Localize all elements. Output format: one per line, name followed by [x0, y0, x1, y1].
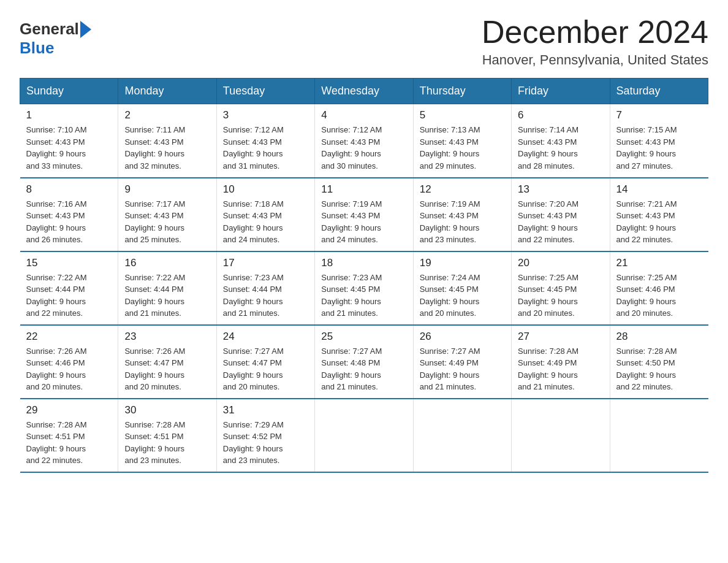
svg-marker-0: [80, 21, 91, 38]
day-number: 6: [518, 109, 603, 121]
calendar-cell: 25 Sunrise: 7:27 AM Sunset: 4:48 PM Dayl…: [315, 325, 413, 399]
weekday-header-sunday: Sunday: [20, 79, 118, 104]
day-number: 17: [223, 257, 308, 269]
page-header: General Blue December 2024 Hanover, Penn…: [20, 15, 708, 68]
calendar-cell: [512, 399, 610, 472]
day-info: Sunrise: 7:11 AM Sunset: 4:43 PM Dayligh…: [124, 124, 210, 172]
weekday-header-row: SundayMondayTuesdayWednesdayThursdayFrid…: [20, 79, 708, 104]
day-info: Sunrise: 7:24 AM Sunset: 4:45 PM Dayligh…: [420, 272, 505, 320]
day-number: 21: [616, 257, 702, 269]
day-info: Sunrise: 7:27 AM Sunset: 4:49 PM Dayligh…: [420, 345, 505, 393]
day-number: 11: [321, 183, 406, 196]
calendar-cell: 26 Sunrise: 7:27 AM Sunset: 4:49 PM Dayl…: [413, 325, 511, 399]
day-number: 28: [616, 331, 702, 343]
day-info: Sunrise: 7:21 AM Sunset: 4:43 PM Dayligh…: [616, 198, 702, 246]
calendar-cell: [413, 399, 511, 472]
day-number: 25: [321, 331, 406, 343]
day-number: 13: [518, 183, 603, 196]
page-title: December 2024: [482, 15, 708, 50]
calendar-cell: 1 Sunrise: 7:10 AM Sunset: 4:43 PM Dayli…: [20, 104, 118, 178]
calendar-cell: 14 Sunrise: 7:21 AM Sunset: 4:43 PM Dayl…: [610, 178, 708, 251]
calendar-cell: 23 Sunrise: 7:26 AM Sunset: 4:47 PM Dayl…: [118, 325, 216, 399]
day-info: Sunrise: 7:28 AM Sunset: 4:51 PM Dayligh…: [124, 419, 210, 467]
day-info: Sunrise: 7:15 AM Sunset: 4:43 PM Dayligh…: [616, 124, 702, 172]
day-info: Sunrise: 7:10 AM Sunset: 4:43 PM Dayligh…: [26, 124, 112, 172]
calendar-week-row: 8 Sunrise: 7:16 AM Sunset: 4:43 PM Dayli…: [20, 178, 708, 251]
day-info: Sunrise: 7:17 AM Sunset: 4:43 PM Dayligh…: [124, 198, 210, 246]
calendar-week-row: 1 Sunrise: 7:10 AM Sunset: 4:43 PM Dayli…: [20, 104, 708, 178]
day-number: 12: [420, 183, 505, 196]
day-info: Sunrise: 7:19 AM Sunset: 4:43 PM Dayligh…: [321, 198, 406, 246]
day-number: 16: [124, 257, 210, 269]
day-number: 24: [223, 331, 308, 343]
weekday-header-saturday: Saturday: [610, 79, 708, 104]
day-info: Sunrise: 7:28 AM Sunset: 4:49 PM Dayligh…: [518, 345, 603, 393]
day-info: Sunrise: 7:28 AM Sunset: 4:50 PM Dayligh…: [616, 345, 702, 393]
day-number: 30: [124, 404, 210, 416]
day-info: Sunrise: 7:19 AM Sunset: 4:43 PM Dayligh…: [420, 198, 505, 246]
weekday-header-monday: Monday: [118, 79, 216, 104]
day-number: 8: [26, 183, 112, 196]
day-info: Sunrise: 7:16 AM Sunset: 4:43 PM Dayligh…: [26, 198, 112, 246]
day-info: Sunrise: 7:20 AM Sunset: 4:43 PM Dayligh…: [518, 198, 603, 246]
calendar-cell: 15 Sunrise: 7:22 AM Sunset: 4:44 PM Dayl…: [20, 251, 118, 325]
day-info: Sunrise: 7:26 AM Sunset: 4:46 PM Dayligh…: [26, 345, 112, 393]
day-info: Sunrise: 7:25 AM Sunset: 4:46 PM Dayligh…: [616, 272, 702, 320]
calendar-week-row: 29 Sunrise: 7:28 AM Sunset: 4:51 PM Dayl…: [20, 399, 708, 472]
day-number: 15: [26, 257, 112, 269]
calendar-cell: 27 Sunrise: 7:28 AM Sunset: 4:49 PM Dayl…: [512, 325, 610, 399]
page-subtitle: Hanover, Pennsylvania, United States: [482, 52, 708, 68]
calendar-cell: 28 Sunrise: 7:28 AM Sunset: 4:50 PM Dayl…: [610, 325, 708, 399]
calendar-week-row: 15 Sunrise: 7:22 AM Sunset: 4:44 PM Dayl…: [20, 251, 708, 325]
day-info: Sunrise: 7:13 AM Sunset: 4:43 PM Dayligh…: [420, 124, 505, 172]
weekday-header-tuesday: Tuesday: [216, 79, 314, 104]
logo-blue-text: Blue: [20, 39, 54, 58]
calendar-cell: [315, 399, 413, 472]
calendar-cell: 22 Sunrise: 7:26 AM Sunset: 4:46 PM Dayl…: [20, 325, 118, 399]
logo: General Blue: [20, 15, 91, 58]
calendar-cell: 31 Sunrise: 7:29 AM Sunset: 4:52 PM Dayl…: [216, 399, 314, 472]
day-number: 31: [223, 404, 308, 416]
day-number: 1: [26, 109, 112, 121]
day-number: 14: [616, 183, 702, 196]
day-info: Sunrise: 7:23 AM Sunset: 4:44 PM Dayligh…: [223, 272, 308, 320]
calendar-cell: 21 Sunrise: 7:25 AM Sunset: 4:46 PM Dayl…: [610, 251, 708, 325]
calendar-cell: 16 Sunrise: 7:22 AM Sunset: 4:44 PM Dayl…: [118, 251, 216, 325]
day-number: 9: [124, 183, 210, 196]
day-info: Sunrise: 7:14 AM Sunset: 4:43 PM Dayligh…: [518, 124, 603, 172]
day-info: Sunrise: 7:23 AM Sunset: 4:45 PM Dayligh…: [321, 272, 406, 320]
weekday-header-friday: Friday: [512, 79, 610, 104]
day-info: Sunrise: 7:29 AM Sunset: 4:52 PM Dayligh…: [223, 419, 308, 467]
day-number: 18: [321, 257, 406, 269]
weekday-header-thursday: Thursday: [413, 79, 511, 104]
day-info: Sunrise: 7:22 AM Sunset: 4:44 PM Dayligh…: [124, 272, 210, 320]
day-info: Sunrise: 7:12 AM Sunset: 4:43 PM Dayligh…: [223, 124, 308, 172]
calendar-cell: [610, 399, 708, 472]
calendar-cell: 29 Sunrise: 7:28 AM Sunset: 4:51 PM Dayl…: [20, 399, 118, 472]
calendar-cell: 12 Sunrise: 7:19 AM Sunset: 4:43 PM Dayl…: [413, 178, 511, 251]
calendar-cell: 5 Sunrise: 7:13 AM Sunset: 4:43 PM Dayli…: [413, 104, 511, 178]
day-number: 10: [223, 183, 308, 196]
weekday-header-wednesday: Wednesday: [315, 79, 413, 104]
day-number: 5: [420, 109, 505, 121]
day-info: Sunrise: 7:27 AM Sunset: 4:47 PM Dayligh…: [223, 345, 308, 393]
day-info: Sunrise: 7:27 AM Sunset: 4:48 PM Dayligh…: [321, 345, 406, 393]
day-info: Sunrise: 7:25 AM Sunset: 4:45 PM Dayligh…: [518, 272, 603, 320]
calendar-cell: 19 Sunrise: 7:24 AM Sunset: 4:45 PM Dayl…: [413, 251, 511, 325]
day-number: 29: [26, 404, 112, 416]
day-number: 4: [321, 109, 406, 121]
day-info: Sunrise: 7:22 AM Sunset: 4:44 PM Dayligh…: [26, 272, 112, 320]
calendar-cell: 3 Sunrise: 7:12 AM Sunset: 4:43 PM Dayli…: [216, 104, 314, 178]
logo-triangle-icon: [80, 21, 91, 38]
calendar-cell: 8 Sunrise: 7:16 AM Sunset: 4:43 PM Dayli…: [20, 178, 118, 251]
calendar-cell: 10 Sunrise: 7:18 AM Sunset: 4:43 PM Dayl…: [216, 178, 314, 251]
calendar-cell: 18 Sunrise: 7:23 AM Sunset: 4:45 PM Dayl…: [315, 251, 413, 325]
day-info: Sunrise: 7:18 AM Sunset: 4:43 PM Dayligh…: [223, 198, 308, 246]
calendar-cell: 20 Sunrise: 7:25 AM Sunset: 4:45 PM Dayl…: [512, 251, 610, 325]
day-number: 20: [518, 257, 603, 269]
calendar-cell: 17 Sunrise: 7:23 AM Sunset: 4:44 PM Dayl…: [216, 251, 314, 325]
calendar-cell: 6 Sunrise: 7:14 AM Sunset: 4:43 PM Dayli…: [512, 104, 610, 178]
calendar-cell: 4 Sunrise: 7:12 AM Sunset: 4:43 PM Dayli…: [315, 104, 413, 178]
calendar-cell: 9 Sunrise: 7:17 AM Sunset: 4:43 PM Dayli…: [118, 178, 216, 251]
day-number: 19: [420, 257, 505, 269]
